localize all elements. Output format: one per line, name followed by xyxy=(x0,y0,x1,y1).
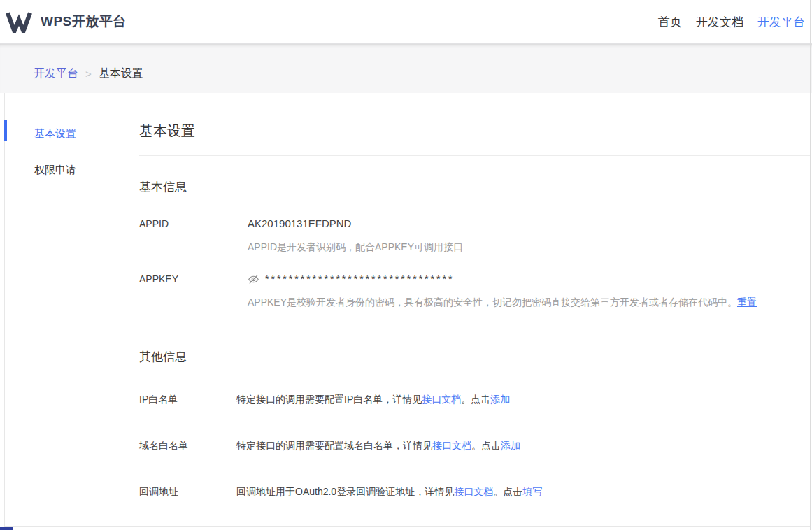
callback-address-text: 回调地址用于OAuth2.0登录回调验证地址，详情见 xyxy=(236,486,454,497)
nav-item-home[interactable]: 首页 xyxy=(658,14,682,30)
breadcrumb-separator-icon: > xyxy=(85,68,92,80)
callback-address-fill-link[interactable]: 填写 xyxy=(522,486,542,497)
breadcrumb: 开发平台 > 基本设置 xyxy=(0,43,812,93)
domain-whitelist-text-mid: 。点击 xyxy=(471,440,501,451)
page: WPS开放平台 首页 开发文档 开发平台 开发平台 > 基本设置 基本设置 权限… xyxy=(0,0,812,530)
main-content: 基本设置 基本信息 APPID AK20190131EFDPND APPID是开… xyxy=(112,93,811,499)
callback-address-text-mid: 。点击 xyxy=(493,486,522,497)
callback-address-doc-link[interactable]: 接口文档 xyxy=(454,486,493,497)
breadcrumb-current: 基本设置 xyxy=(99,66,143,81)
appkey-help-text: APPKEY是校验开发者身份的密码，具有极高的安全性，切记勿把密码直接交给第三方… xyxy=(248,295,757,309)
ip-whitelist-desc: 特定接口的调用需要配置IP白名单，详情见接口文档。点击添加 xyxy=(236,392,510,406)
domain-whitelist-label: 域名白名单 xyxy=(139,438,236,452)
sidebar-item-basic-settings[interactable]: 基本设置 xyxy=(5,127,111,141)
eye-slash-icon[interactable] xyxy=(248,273,259,285)
brand-title: WPS开放平台 xyxy=(41,13,127,31)
domain-whitelist-add-link[interactable]: 添加 xyxy=(501,440,520,451)
appid-value: AK20190131EFDPND xyxy=(248,217,463,231)
content-panel: 基本设置 权限申请 基本设置 基本信息 APPID AK20190131EFDP… xyxy=(4,93,811,527)
appid-label: APPID xyxy=(139,217,248,254)
ip-whitelist-text: 特定接口的调用需要配置IP白名单，详情见 xyxy=(236,394,422,405)
appkey-reset-link[interactable]: 重置 xyxy=(737,296,757,308)
ip-whitelist-add-link[interactable]: 添加 xyxy=(490,394,510,405)
appkey-row: APPKEY ******************************** xyxy=(139,272,811,309)
callback-address-label: 回调地址 xyxy=(139,485,236,499)
brand-home-link[interactable]: WPS开放平台 xyxy=(6,11,127,33)
page-right-border xyxy=(810,0,811,530)
breadcrumb-link-dev-platform[interactable]: 开发平台 xyxy=(34,66,78,81)
ip-whitelist-label: IP白名单 xyxy=(139,392,236,406)
top-header: WPS开放平台 首页 开发文档 开发平台 xyxy=(0,0,812,43)
domain-whitelist-row: 域名白名单 特定接口的调用需要配置域名白名单，详情见接口文档。点击添加 xyxy=(139,438,811,452)
domain-whitelist-doc-link[interactable]: 接口文档 xyxy=(432,440,471,451)
sidebar-item-permission-request[interactable]: 权限申请 xyxy=(5,163,111,177)
appkey-help-body: APPKEY是校验开发者身份的密码，具有极高的安全性，切记勿把密码直接交给第三方… xyxy=(248,296,737,308)
ip-whitelist-doc-link[interactable]: 接口文档 xyxy=(422,394,461,405)
appkey-masked-value: ******************************** xyxy=(265,272,454,286)
footer-edge-strip xyxy=(0,527,13,530)
title-divider xyxy=(139,155,811,156)
nav-item-dev-platform[interactable]: 开发平台 xyxy=(757,14,805,30)
domain-whitelist-text: 特定接口的调用需要配置域名白名单，详情见 xyxy=(236,440,432,451)
appkey-label: APPKEY xyxy=(139,272,248,309)
ip-whitelist-row: IP白名单 特定接口的调用需要配置IP白名单，详情见接口文档。点击添加 xyxy=(139,392,811,406)
appid-help-text: APPID是开发者识别码，配合APPKEY可调用接口 xyxy=(248,240,463,254)
nav-item-dev-docs[interactable]: 开发文档 xyxy=(696,14,743,30)
callback-address-row: 回调地址 回调地址用于OAuth2.0登录回调验证地址，详情见接口文档。点击填写 xyxy=(139,485,811,499)
domain-whitelist-desc: 特定接口的调用需要配置域名白名单，详情见接口文档。点击添加 xyxy=(236,438,520,452)
section-heading-basic-info: 基本信息 xyxy=(139,179,811,196)
sidebar: 基本设置 权限申请 xyxy=(5,93,111,526)
top-nav: 首页 开发文档 开发平台 xyxy=(658,14,805,30)
callback-address-desc: 回调地址用于OAuth2.0登录回调验证地址，详情见接口文档。点击填写 xyxy=(236,485,542,499)
appid-value-block: AK20190131EFDPND APPID是开发者识别码，配合APPKEY可调… xyxy=(248,217,463,254)
appkey-value-block: ******************************** APPKEY是… xyxy=(248,272,757,309)
ip-whitelist-text-mid: 。点击 xyxy=(461,394,490,405)
wps-logo-icon xyxy=(6,11,32,33)
section-heading-other-info: 其他信息 xyxy=(139,349,811,366)
appid-row: APPID AK20190131EFDPND APPID是开发者识别码，配合AP… xyxy=(139,217,811,254)
page-title: 基本设置 xyxy=(139,121,811,141)
